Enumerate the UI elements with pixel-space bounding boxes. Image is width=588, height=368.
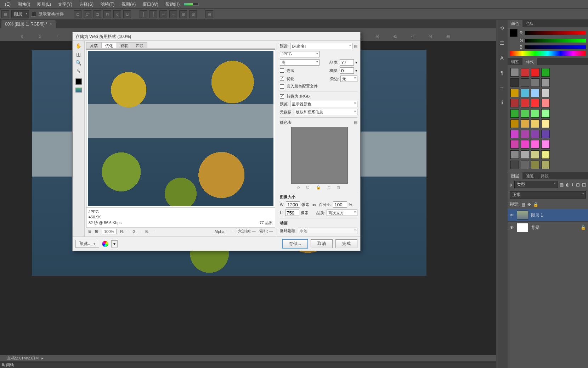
style-swatch[interactable] xyxy=(531,140,539,149)
style-swatch[interactable] xyxy=(521,89,529,97)
zoom-value[interactable]: 100% xyxy=(102,229,117,234)
preset-menu-icon[interactable]: ▤ xyxy=(354,44,357,49)
style-swatch[interactable] xyxy=(521,161,529,169)
menu-view[interactable]: 视图(V) xyxy=(118,1,139,7)
auto-align-icon[interactable]: ▤ xyxy=(205,10,213,18)
optimized-checkbox[interactable] xyxy=(280,77,284,81)
quality-input[interactable] xyxy=(340,59,354,66)
tab-2up[interactable]: 双联 xyxy=(117,42,132,48)
tab-paths[interactable]: 路径 xyxy=(537,172,552,180)
distribute-6-icon[interactable]: ⊟ xyxy=(189,10,197,18)
zoom-tool-icon[interactable]: 🔍 xyxy=(74,59,83,66)
filter-search-icon[interactable]: ρ xyxy=(510,182,512,187)
style-swatch[interactable] xyxy=(510,109,519,118)
menu-filter[interactable]: 滤镜(T) xyxy=(97,1,118,7)
align-left-icon[interactable]: ⊏ xyxy=(74,10,81,18)
save-button[interactable]: 存储... xyxy=(282,239,308,248)
menu-image[interactable]: 图像(I) xyxy=(14,1,34,7)
b-slider[interactable] xyxy=(525,45,586,49)
layer-thumbnail[interactable] xyxy=(517,223,528,232)
show-transform-checkbox[interactable] xyxy=(31,12,36,17)
style-swatch[interactable] xyxy=(541,78,550,87)
style-swatch[interactable] xyxy=(541,68,550,77)
doc-menu-icon[interactable]: ▸ xyxy=(41,356,44,361)
percent-input[interactable] xyxy=(333,201,347,208)
style-swatch[interactable] xyxy=(531,119,539,128)
ct-trash-icon[interactable]: 🗑 xyxy=(337,185,341,190)
tab-optimized[interactable]: 优化 xyxy=(101,42,117,48)
zoom-out-icon[interactable]: ⊟ xyxy=(88,229,91,234)
distribute-4-icon[interactable]: ┈ xyxy=(169,10,177,18)
document-tab[interactable]: 00% (图层 1, RGB/8) * × xyxy=(1,20,56,28)
style-swatch[interactable] xyxy=(531,130,539,138)
browser-dropdown-icon[interactable]: ▾ xyxy=(111,240,118,247)
browser-preview-icon[interactable] xyxy=(102,241,108,247)
filter-shape-icon[interactable]: ▢ xyxy=(576,182,580,187)
cancel-button[interactable]: 取消 xyxy=(311,239,333,248)
align-bottom-icon[interactable]: ⊔ xyxy=(123,10,131,18)
style-swatch[interactable] xyxy=(521,130,529,138)
style-swatch[interactable] xyxy=(531,150,539,159)
blend-mode-select[interactable]: 正常 xyxy=(510,191,586,199)
menu-e[interactable]: (E) xyxy=(1,2,14,7)
paragraph-icon[interactable]: ¶ xyxy=(498,69,506,77)
style-swatch[interactable] xyxy=(510,99,519,107)
character-icon[interactable]: A xyxy=(498,54,506,62)
menu-text[interactable]: 文字(Y) xyxy=(55,1,76,7)
r-slider[interactable] xyxy=(525,31,586,35)
style-swatch[interactable] xyxy=(531,161,539,169)
tab-4up[interactable]: 四联 xyxy=(132,42,147,48)
menu-select[interactable]: 选择(S) xyxy=(76,1,97,7)
filter-smart-icon[interactable]: ◫ xyxy=(582,182,586,187)
style-swatch[interactable] xyxy=(521,150,529,159)
style-swatch[interactable] xyxy=(521,140,529,149)
close-tab-icon[interactable]: × xyxy=(50,21,52,27)
align-top-icon[interactable]: ⊓ xyxy=(103,10,111,18)
style-swatch[interactable] xyxy=(510,119,519,128)
style-swatch[interactable] xyxy=(541,119,550,128)
done-button[interactable]: 完成 xyxy=(335,239,357,248)
embed-profile-checkbox[interactable] xyxy=(280,84,284,89)
style-swatch[interactable] xyxy=(510,161,519,169)
convert-srgb-checkbox[interactable] xyxy=(280,94,284,99)
filter-text-icon[interactable]: T xyxy=(571,182,574,187)
layer-filter-select[interactable]: 类型 xyxy=(514,181,558,188)
style-swatch[interactable] xyxy=(510,68,519,77)
blur-input[interactable] xyxy=(340,67,354,74)
resample-select[interactable]: 两次立方 xyxy=(327,210,357,216)
tab-swatches[interactable]: 色板 xyxy=(522,20,537,27)
timeline-label[interactable]: 时间轴 xyxy=(2,362,14,368)
preview-button[interactable]: 预览... xyxy=(75,240,99,248)
color-table[interactable] xyxy=(291,127,348,184)
hand-tool-icon[interactable]: ✋ xyxy=(74,42,83,49)
distribute-3-icon[interactable]: ═ xyxy=(159,10,167,18)
ct-new-icon[interactable]: ◻ xyxy=(327,185,330,190)
menu-help[interactable]: 帮助(H) xyxy=(162,1,183,7)
style-swatch[interactable] xyxy=(521,119,529,128)
tab-adjustments[interactable]: 调整 xyxy=(508,58,522,66)
style-swatch[interactable] xyxy=(541,99,550,107)
style-swatch[interactable] xyxy=(521,68,529,77)
style-swatch[interactable] xyxy=(541,89,550,97)
tab-original[interactable]: 原稿 xyxy=(86,42,102,48)
preview-profile-select[interactable]: 显示器颜色 xyxy=(290,101,357,107)
style-swatch[interactable] xyxy=(510,89,519,97)
layer-item[interactable]: 👁 图层 1 xyxy=(508,209,588,221)
width-input[interactable] xyxy=(286,201,300,208)
style-swatch[interactable] xyxy=(531,109,539,118)
matte-select[interactable]: 无 xyxy=(340,76,357,82)
slice-tool-icon[interactable]: ◫ xyxy=(74,51,83,58)
style-swatch[interactable] xyxy=(531,68,539,77)
properties-icon[interactable]: ☰ xyxy=(498,39,506,47)
lock-position-icon[interactable]: ✥ xyxy=(527,202,531,207)
distribute-5-icon[interactable]: ⊞ xyxy=(179,10,187,18)
history-icon[interactable]: ⟲ xyxy=(498,24,506,32)
align-center-v-icon[interactable]: ⫏ xyxy=(113,10,121,18)
eyedropper-tool-icon[interactable]: ✎ xyxy=(74,68,83,75)
preset-select[interactable]: [未命名] xyxy=(290,43,352,49)
style-swatch[interactable] xyxy=(541,140,550,149)
menu-layer[interactable]: 图层(L) xyxy=(34,1,55,7)
style-swatch[interactable] xyxy=(510,78,519,87)
style-swatch[interactable] xyxy=(531,99,539,107)
filter-adjust-icon[interactable]: ◐ xyxy=(566,182,569,187)
